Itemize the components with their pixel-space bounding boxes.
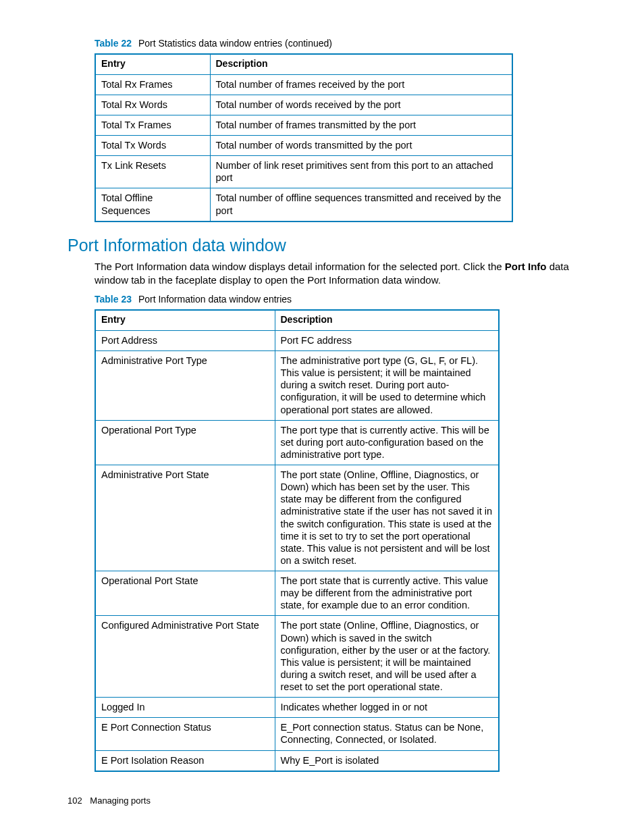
table-22-label: Table 22 <box>95 38 132 49</box>
cell-entry: Logged In <box>95 698 275 718</box>
table-row: E Port Connection Status E_Port connecti… <box>95 718 499 750</box>
table-row: Total Rx Words Total number of words rec… <box>95 95 512 115</box>
cell-desc: Port FC address <box>275 330 499 350</box>
table-row: Entry Description <box>95 310 499 330</box>
table-row: Configured Administrative Port State The… <box>95 616 499 698</box>
table-row: Entry Description <box>95 54 512 74</box>
table-row: Administrative Port State The port state… <box>95 465 499 571</box>
cell-entry: Total Rx Frames <box>95 74 210 95</box>
table-row: Logged In Indicates whether logged in or… <box>95 698 499 718</box>
cell-desc: E_Port connection status. Status can be … <box>275 718 499 750</box>
cell-entry: Total Tx Words <box>95 136 210 156</box>
cell-entry: Port Address <box>95 330 275 350</box>
cell-entry: E Port Isolation Reason <box>95 750 275 771</box>
table-row: Tx Link Resets Number of link reset prim… <box>95 156 512 188</box>
cell-desc: Number of link reset primitives sent fro… <box>210 156 512 188</box>
cell-desc: The administrative port type (G, GL, F, … <box>275 351 499 421</box>
cell-entry: Configured Administrative Port State <box>95 616 275 698</box>
col-header-entry: Entry <box>95 310 275 330</box>
cell-entry: Total Offline Sequences <box>95 188 210 221</box>
table-22-title: Port Statistics data window entries (con… <box>138 38 332 49</box>
page-footer: 102 Managing ports <box>68 796 151 807</box>
table-row: Port Address Port FC address <box>95 330 499 350</box>
table-22-caption: Table 22 Port Statistics data window ent… <box>95 37 576 49</box>
cell-entry: Administrative Port Type <box>95 351 275 421</box>
chapter-name: Managing ports <box>90 796 151 806</box>
col-header-entry: Entry <box>95 54 210 74</box>
cell-entry: Administrative Port State <box>95 465 275 571</box>
table-row: Operational Port State The port state th… <box>95 571 499 616</box>
cell-desc: Total number of words transmitted by the… <box>210 136 512 156</box>
col-header-desc: Description <box>210 54 512 74</box>
table-row: Total Offline Sequences Total number of … <box>95 188 512 221</box>
para-text-bold: Port Info <box>505 261 547 272</box>
cell-desc: The port state (Online, Offline, Diagnos… <box>275 465 499 571</box>
cell-desc: Total number of frames transmitted by th… <box>210 115 512 135</box>
cell-entry: Total Tx Frames <box>95 115 210 135</box>
cell-desc: The port type that is currently active. … <box>275 420 499 465</box>
cell-entry: Total Rx Words <box>95 95 210 115</box>
table-row: Operational Port Type The port type that… <box>95 420 499 465</box>
table-row: E Port Isolation Reason Why E_Port is is… <box>95 750 499 771</box>
cell-entry: E Port Connection Status <box>95 718 275 750</box>
table-23-caption: Table 23 Port Information data window en… <box>95 293 576 305</box>
table-22: Entry Description Total Rx Frames Total … <box>95 53 513 222</box>
section-heading: Port Information data window <box>68 234 576 257</box>
page: Table 22 Port Statistics data window ent… <box>0 0 644 834</box>
para-text-before: The Port Information data window display… <box>95 261 505 272</box>
table-23-label: Table 23 <box>95 294 132 305</box>
cell-entry: Operational Port State <box>95 571 275 616</box>
cell-desc: The port state that is currently active.… <box>275 571 499 616</box>
cell-desc: Why E_Port is isolated <box>275 750 499 771</box>
cell-desc: Total number of words received by the po… <box>210 95 512 115</box>
table-23: Entry Description Port Address Port FC a… <box>95 309 500 771</box>
cell-entry: Tx Link Resets <box>95 156 210 188</box>
table-row: Total Tx Words Total number of words tra… <box>95 136 512 156</box>
section-paragraph: The Port Information data window display… <box>95 260 581 286</box>
cell-entry: Operational Port Type <box>95 420 275 465</box>
table-23-title: Port Information data window entries <box>138 294 292 305</box>
table-row: Total Tx Frames Total number of frames t… <box>95 115 512 135</box>
cell-desc: The port state (Online, Offline, Diagnos… <box>275 616 499 698</box>
cell-desc: Total number of frames received by the p… <box>210 74 512 95</box>
cell-desc: Total number of offline sequences transm… <box>210 188 512 221</box>
page-number: 102 <box>68 796 82 806</box>
cell-desc: Indicates whether logged in or not <box>275 698 499 718</box>
col-header-desc: Description <box>275 310 499 330</box>
table-row: Total Rx Frames Total number of frames r… <box>95 74 512 95</box>
table-row: Administrative Port Type The administrat… <box>95 351 499 421</box>
